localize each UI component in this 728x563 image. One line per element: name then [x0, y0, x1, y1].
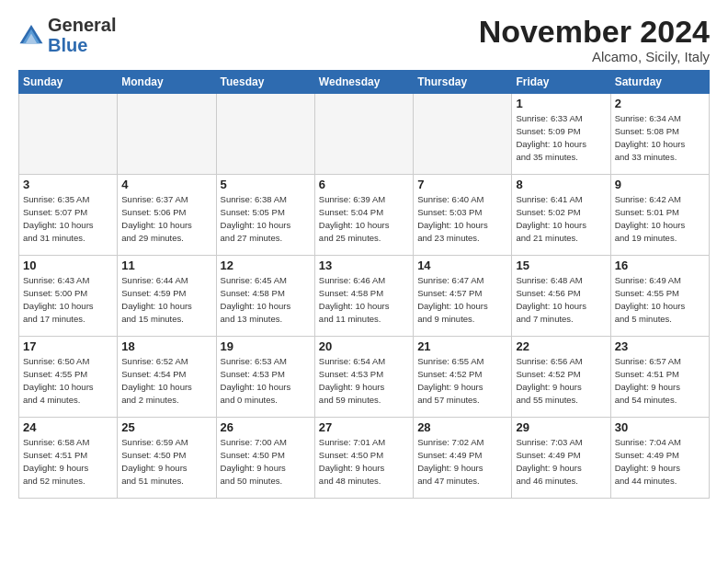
- page: General Blue November 2024 Alcamo, Sicil…: [0, 0, 728, 508]
- calendar-cell: 13Sunrise: 6:46 AM Sunset: 4:58 PM Dayli…: [314, 256, 413, 337]
- day-info: Sunrise: 6:59 AM Sunset: 4:50 PM Dayligh…: [121, 436, 211, 487]
- day-number: 21: [417, 339, 507, 353]
- calendar-cell: 18Sunrise: 6:52 AM Sunset: 4:54 PM Dayli…: [118, 337, 216, 418]
- calendar-cell: 29Sunrise: 7:03 AM Sunset: 4:49 PM Dayli…: [512, 418, 610, 499]
- week-row-3: 10Sunrise: 6:43 AM Sunset: 5:00 PM Dayli…: [19, 256, 710, 337]
- day-number: 22: [516, 339, 606, 353]
- day-number: 4: [121, 178, 211, 191]
- calendar-cell: 9Sunrise: 6:42 AM Sunset: 5:01 PM Daylig…: [610, 175, 709, 256]
- day-number: 1: [516, 97, 606, 110]
- day-number: 17: [23, 339, 113, 353]
- calendar-cell: 5Sunrise: 6:38 AM Sunset: 5:05 PM Daylig…: [216, 175, 314, 256]
- calendar-cell: 12Sunrise: 6:45 AM Sunset: 4:58 PM Dayli…: [216, 256, 314, 337]
- calendar-cell: 11Sunrise: 6:44 AM Sunset: 4:59 PM Dayli…: [118, 256, 216, 337]
- day-info: Sunrise: 7:03 AM Sunset: 4:49 PM Dayligh…: [516, 436, 606, 487]
- day-number: 25: [121, 420, 211, 434]
- calendar-cell: 3Sunrise: 6:35 AM Sunset: 5:07 PM Daylig…: [19, 175, 118, 256]
- calendar-cell: 17Sunrise: 6:50 AM Sunset: 4:55 PM Dayli…: [19, 337, 118, 418]
- calendar-cell: 6Sunrise: 6:39 AM Sunset: 5:04 PM Daylig…: [314, 175, 413, 256]
- weekday-tuesday: Tuesday: [216, 71, 314, 94]
- day-info: Sunrise: 6:47 AM Sunset: 4:57 PM Dayligh…: [417, 274, 507, 325]
- calendar-cell: [216, 94, 314, 175]
- calendar-cell: [19, 94, 118, 175]
- day-info: Sunrise: 6:46 AM Sunset: 4:58 PM Dayligh…: [319, 274, 409, 325]
- day-number: 12: [221, 259, 311, 272]
- calendar-cell: 15Sunrise: 6:48 AM Sunset: 4:56 PM Dayli…: [512, 256, 610, 337]
- day-number: 15: [516, 259, 606, 272]
- calendar-cell: 27Sunrise: 7:01 AM Sunset: 4:50 PM Dayli…: [314, 418, 413, 499]
- week-row-2: 3Sunrise: 6:35 AM Sunset: 5:07 PM Daylig…: [19, 175, 710, 256]
- day-info: Sunrise: 7:04 AM Sunset: 4:49 PM Dayligh…: [615, 436, 705, 487]
- day-number: 16: [615, 259, 705, 272]
- calendar-cell: 24Sunrise: 6:58 AM Sunset: 4:51 PM Dayli…: [19, 418, 118, 499]
- calendar-cell: 20Sunrise: 6:54 AM Sunset: 4:53 PM Dayli…: [314, 337, 413, 418]
- day-number: 30: [615, 420, 705, 434]
- calendar-cell: 19Sunrise: 6:53 AM Sunset: 4:53 PM Dayli…: [216, 337, 314, 418]
- day-number: 13: [319, 259, 409, 272]
- calendar-cell: 7Sunrise: 6:40 AM Sunset: 5:03 PM Daylig…: [414, 175, 512, 256]
- weekday-saturday: Saturday: [610, 71, 709, 94]
- day-number: 3: [23, 178, 113, 191]
- day-number: 18: [121, 339, 211, 353]
- day-number: 8: [516, 178, 606, 191]
- day-info: Sunrise: 6:54 AM Sunset: 4:53 PM Dayligh…: [319, 355, 409, 406]
- logo-icon: [18, 22, 44, 48]
- calendar-cell: 21Sunrise: 6:55 AM Sunset: 4:52 PM Dayli…: [414, 337, 512, 418]
- day-info: Sunrise: 6:53 AM Sunset: 4:53 PM Dayligh…: [221, 355, 311, 406]
- day-info: Sunrise: 6:42 AM Sunset: 5:01 PM Dayligh…: [615, 193, 705, 244]
- calendar-cell: 4Sunrise: 6:37 AM Sunset: 5:06 PM Daylig…: [118, 175, 216, 256]
- day-info: Sunrise: 7:02 AM Sunset: 4:49 PM Dayligh…: [417, 436, 507, 487]
- calendar-header: SundayMondayTuesdayWednesdayThursdayFrid…: [19, 71, 710, 94]
- day-info: Sunrise: 6:48 AM Sunset: 4:56 PM Dayligh…: [516, 274, 606, 325]
- weekday-thursday: Thursday: [414, 71, 512, 94]
- week-row-1: 1Sunrise: 6:33 AM Sunset: 5:09 PM Daylig…: [19, 94, 710, 175]
- weekday-wednesday: Wednesday: [314, 71, 413, 94]
- day-info: Sunrise: 7:01 AM Sunset: 4:50 PM Dayligh…: [319, 436, 409, 487]
- calendar-cell: [118, 94, 216, 175]
- day-number: 29: [516, 420, 606, 434]
- weekday-monday: Monday: [118, 71, 216, 94]
- day-info: Sunrise: 6:37 AM Sunset: 5:06 PM Dayligh…: [121, 193, 211, 244]
- week-row-5: 24Sunrise: 6:58 AM Sunset: 4:51 PM Dayli…: [19, 418, 710, 499]
- day-info: Sunrise: 6:57 AM Sunset: 4:51 PM Dayligh…: [615, 355, 705, 406]
- day-info: Sunrise: 6:44 AM Sunset: 4:59 PM Dayligh…: [121, 274, 211, 325]
- day-number: 2: [615, 97, 705, 110]
- week-row-4: 17Sunrise: 6:50 AM Sunset: 4:55 PM Dayli…: [19, 337, 710, 418]
- day-info: Sunrise: 6:34 AM Sunset: 5:08 PM Dayligh…: [615, 112, 705, 163]
- calendar-cell: [314, 94, 413, 175]
- day-number: 9: [615, 178, 705, 191]
- day-number: 10: [23, 259, 113, 272]
- day-info: Sunrise: 6:55 AM Sunset: 4:52 PM Dayligh…: [417, 355, 507, 406]
- logo-general-text: General: [48, 15, 116, 35]
- day-number: 20: [319, 339, 409, 353]
- day-number: 26: [221, 420, 311, 434]
- title-area: November 2024 Alcamo, Sicily, Italy: [479, 15, 710, 64]
- subtitle: Alcamo, Sicily, Italy: [479, 49, 710, 64]
- month-title: November 2024: [479, 15, 710, 49]
- day-number: 6: [319, 178, 409, 191]
- day-info: Sunrise: 6:38 AM Sunset: 5:05 PM Dayligh…: [221, 193, 311, 244]
- weekday-sunday: Sunday: [19, 71, 118, 94]
- day-info: Sunrise: 6:35 AM Sunset: 5:07 PM Dayligh…: [23, 193, 113, 244]
- day-info: Sunrise: 6:52 AM Sunset: 4:54 PM Dayligh…: [121, 355, 211, 406]
- header: General Blue November 2024 Alcamo, Sicil…: [18, 15, 710, 64]
- day-info: Sunrise: 6:39 AM Sunset: 5:04 PM Dayligh…: [319, 193, 409, 244]
- day-number: 24: [23, 420, 113, 434]
- day-number: 7: [417, 178, 507, 191]
- logo-blue-text: Blue: [48, 35, 87, 55]
- calendar: SundayMondayTuesdayWednesdayThursdayFrid…: [18, 70, 710, 499]
- day-info: Sunrise: 6:40 AM Sunset: 5:03 PM Dayligh…: [417, 193, 507, 244]
- calendar-cell: 26Sunrise: 7:00 AM Sunset: 4:50 PM Dayli…: [216, 418, 314, 499]
- calendar-cell: 14Sunrise: 6:47 AM Sunset: 4:57 PM Dayli…: [414, 256, 512, 337]
- logo: General Blue: [18, 15, 116, 55]
- calendar-cell: 2Sunrise: 6:34 AM Sunset: 5:08 PM Daylig…: [610, 94, 709, 175]
- day-number: 11: [121, 259, 211, 272]
- day-info: Sunrise: 6:41 AM Sunset: 5:02 PM Dayligh…: [516, 193, 606, 244]
- calendar-cell: 25Sunrise: 6:59 AM Sunset: 4:50 PM Dayli…: [118, 418, 216, 499]
- day-number: 23: [615, 339, 705, 353]
- calendar-cell: 16Sunrise: 6:49 AM Sunset: 4:55 PM Dayli…: [610, 256, 709, 337]
- calendar-cell: 1Sunrise: 6:33 AM Sunset: 5:09 PM Daylig…: [512, 94, 610, 175]
- calendar-body: 1Sunrise: 6:33 AM Sunset: 5:09 PM Daylig…: [19, 94, 710, 499]
- calendar-cell: 22Sunrise: 6:56 AM Sunset: 4:52 PM Dayli…: [512, 337, 610, 418]
- day-number: 19: [221, 339, 311, 353]
